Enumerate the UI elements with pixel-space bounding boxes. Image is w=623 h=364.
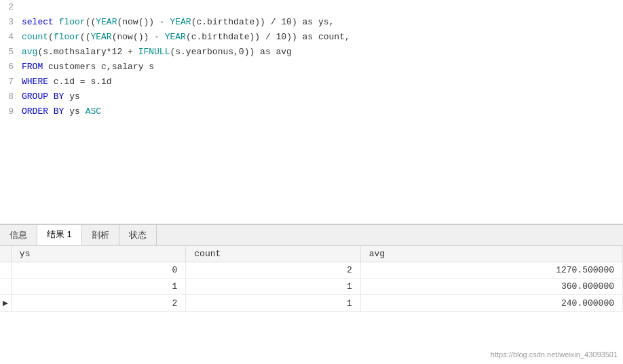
line-num-5: 5 [0, 45, 22, 60]
cell-ys-1: 0 [11, 262, 185, 279]
line-num-9: 9 [0, 104, 22, 119]
code-line-5: 5 avg(s.mothsalary*12 + IFNULL(s.yearbon… [0, 45, 623, 60]
code-line-2: 2 [0, 0, 623, 15]
code-line-4: 4 count(floor((YEAR(now()) - YEAR(c.birt… [0, 30, 623, 45]
table-col-ys: ys [11, 246, 185, 262]
code-line-8: 8 GROUP BY ys [0, 89, 623, 104]
line-content-7: WHERE c.id = s.id [22, 75, 623, 89]
row-indicator-1 [0, 262, 11, 279]
line-num-6: 6 [0, 60, 22, 75]
cell-count-1: 2 [186, 262, 360, 279]
tab-result1[interactable]: 结果 1 [37, 225, 82, 245]
line-content-4: count(floor((YEAR(now()) - YEAR(c.birthd… [22, 30, 623, 45]
table-header-indicator [0, 246, 11, 262]
line-content-8: GROUP BY ys [22, 89, 623, 104]
code-line-blank1 [0, 119, 623, 134]
tab-info[interactable]: 信息 [0, 225, 37, 245]
code-line-6: 6 FROM customers c,salary s [0, 60, 623, 75]
table-row: 1 1 360.000000 [0, 279, 623, 295]
results-table: ys count avg 0 2 1270.500000 1 1 360.000… [0, 246, 623, 312]
code-line-blank2 [0, 134, 623, 149]
code-line-blank3 [0, 149, 623, 164]
table-row: 0 2 1270.500000 [0, 262, 623, 279]
cell-count-2: 1 [186, 279, 360, 295]
cell-ys-3: 2 [11, 295, 185, 312]
table-col-avg: avg [360, 246, 622, 262]
cell-ys-2: 1 [11, 279, 185, 295]
code-line-blank7 [0, 209, 623, 224]
row-indicator-2 [0, 279, 11, 295]
row-indicator-3: ▶ [0, 295, 11, 312]
line-num-4: 4 [0, 30, 22, 45]
code-line-3: 3 select floor((YEAR(now()) - YEAR(c.bir… [0, 15, 623, 30]
line-num-2: 2 [0, 0, 22, 15]
cell-avg-2: 360.000000 [360, 279, 622, 295]
code-line-blank5 [0, 179, 623, 194]
line-content-3: select floor((YEAR(now()) - YEAR(c.birth… [22, 15, 623, 30]
cell-avg-1: 1270.500000 [360, 262, 622, 279]
line-content-6: FROM customers c,salary s [22, 60, 623, 75]
table-header-row: ys count avg [0, 246, 623, 262]
line-content-5: avg(s.mothsalary*12 + IFNULL(s.yearbonus… [22, 45, 623, 60]
code-line-blank4 [0, 164, 623, 179]
watermark: https://blog.csdn.net/weixin_43093501 [491, 350, 618, 359]
line-num-3: 3 [0, 15, 22, 30]
tab-status[interactable]: 状态 [119, 225, 157, 245]
code-line-7: 7 WHERE c.id = s.id [0, 75, 623, 89]
code-editor[interactable]: 2 3 select floor((YEAR(now()) - YEAR(c.b… [0, 0, 623, 224]
tab-analyze[interactable]: 剖析 [82, 225, 119, 245]
cell-avg-3: 240.000000 [360, 295, 622, 312]
line-num-8: 8 [0, 89, 22, 104]
code-line-blank6 [0, 194, 623, 209]
line-content-9: ORDER BY ys ASC [22, 104, 623, 119]
line-num-7: 7 [0, 75, 22, 89]
cell-count-3: 1 [186, 295, 360, 312]
table-col-count: count [186, 246, 360, 262]
code-line-9: 9 ORDER BY ys ASC [0, 104, 623, 119]
tabs-bar: 信息 结果 1 剖析 状态 [0, 224, 623, 246]
results-area: ys count avg 0 2 1270.500000 1 1 360.000… [0, 246, 623, 312]
table-row selected-row: ▶ 2 1 240.000000 [0, 295, 623, 312]
